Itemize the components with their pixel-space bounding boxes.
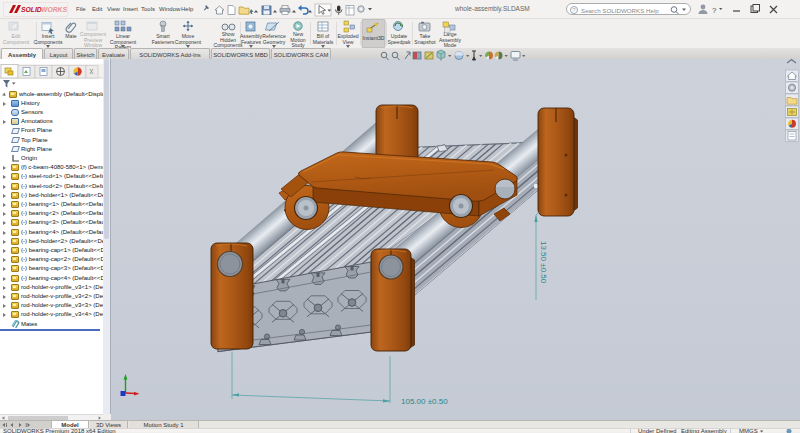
svg-text:WORKS: WORKS bbox=[41, 6, 68, 13]
svg-text:Search SOLIDWORKS Help: Search SOLIDWORKS Help bbox=[581, 6, 659, 13]
svg-text:?: ? bbox=[572, 7, 576, 13]
svg-text:SOLID: SOLID bbox=[21, 6, 42, 13]
svg-text:13.50 ±0.50: 13.50 ±0.50 bbox=[539, 241, 548, 284]
svg-text:105.00 ±0.50: 105.00 ±0.50 bbox=[401, 397, 448, 406]
svg-text:?: ? bbox=[712, 6, 717, 15]
